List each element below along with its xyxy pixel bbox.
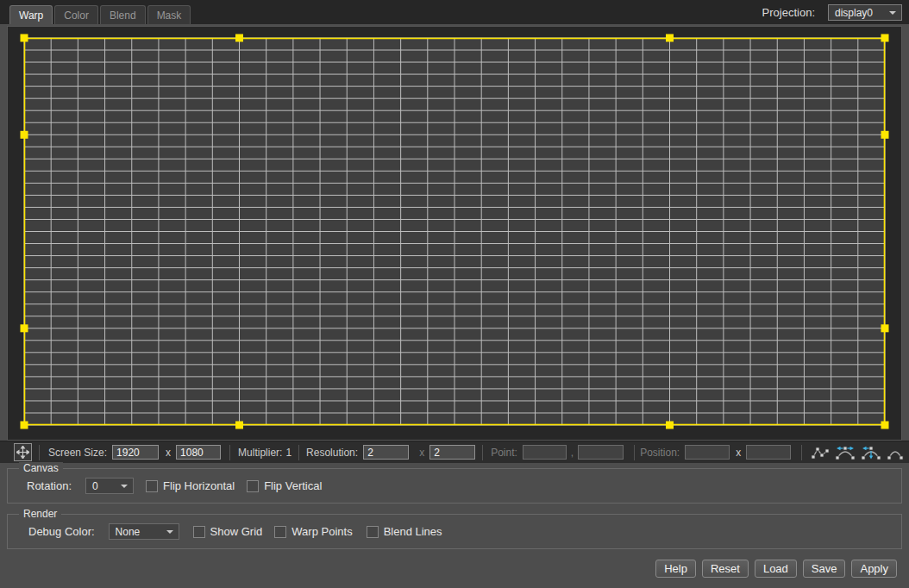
flip-vertical-label: Flip Vertical — [264, 479, 322, 492]
rotation-value: 0 — [92, 480, 98, 492]
toolbar-divider — [298, 445, 299, 460]
toolbar-divider — [229, 445, 230, 460]
render-group-title: Render — [19, 508, 61, 520]
pan-tool-button[interactable] — [14, 443, 32, 461]
toolbar-divider — [634, 445, 635, 460]
flip-vertical-checkbox[interactable] — [247, 480, 259, 492]
chevron-down-icon — [889, 11, 896, 15]
canvas-groupbox: Canvas Rotation: 0 Flip Horizontal Flip … — [7, 468, 902, 504]
debug-color-value: None — [116, 526, 141, 538]
canvas-group-title: Canvas — [19, 462, 63, 474]
projection-label: Projection: — [762, 6, 815, 19]
screen-height-input[interactable] — [176, 445, 221, 460]
toolbar-divider — [482, 445, 483, 460]
tab-blend[interactable]: Blend — [100, 5, 146, 24]
blend-lines-label: Blend Lines — [384, 525, 442, 538]
tab-color[interactable]: Color — [54, 5, 98, 24]
curve-mode-buttons — [811, 445, 904, 460]
resolution-x-input[interactable] — [363, 445, 409, 460]
position-label: Position: — [640, 447, 680, 459]
multiplier-label: Multiplier: — [238, 447, 282, 459]
rotation-dropdown[interactable]: 0 — [85, 478, 134, 494]
projection-control: Projection: display0 — [762, 4, 902, 21]
help-button[interactable]: Help — [655, 560, 696, 578]
screen-size-label: Screen Size: — [48, 447, 107, 459]
flip-horizontal-checkbox[interactable] — [146, 480, 158, 492]
blend-lines-checkbox[interactable] — [367, 526, 379, 538]
chevron-down-icon — [166, 530, 173, 534]
show-grid-checkbox[interactable] — [193, 526, 205, 538]
position-x-input — [685, 445, 730, 460]
point-separator: , — [571, 447, 574, 459]
linear-points-icon[interactable] — [811, 445, 830, 460]
reset-button[interactable]: Reset — [702, 560, 749, 578]
warp-grid-canvas[interactable] — [24, 38, 885, 425]
resolution-label: Resolution: — [306, 447, 358, 459]
warp-points-checkbox[interactable] — [274, 526, 286, 538]
screen-size-separator: x — [166, 447, 171, 459]
curve-node-move-icon[interactable] — [861, 445, 881, 460]
render-groupbox: Render Debug Color: None Show Grid Warp … — [7, 514, 902, 549]
load-button[interactable]: Load — [755, 560, 797, 578]
position-y-input — [746, 445, 791, 460]
projection-dropdown[interactable]: display0 — [828, 4, 902, 21]
point-label: Point: — [491, 447, 517, 459]
resolution-y-input[interactable] — [429, 445, 475, 460]
point-x-input — [523, 445, 567, 460]
multiplier-value: 1 — [285, 447, 292, 459]
rotation-label: Rotation: — [27, 479, 72, 492]
point-y-input — [578, 445, 624, 460]
arc-icon[interactable] — [887, 445, 904, 460]
show-grid-label: Show Grid — [210, 525, 263, 538]
warp-canvas-panel — [7, 26, 902, 441]
tab-warp[interactable]: Warp — [9, 5, 53, 24]
screen-width-input[interactable] — [112, 445, 159, 460]
projection-value: display0 — [835, 7, 873, 19]
curve-tangent-icon[interactable] — [835, 445, 856, 460]
debug-color-label: Debug Color: — [28, 525, 95, 538]
move-arrows-icon — [16, 446, 29, 459]
warp-points-label: Warp Points — [292, 525, 352, 538]
apply-button[interactable]: Apply — [851, 560, 897, 578]
footer-button-row: Help Reset Load Save Apply — [655, 560, 897, 578]
flip-horizontal-label: Flip Horizontal — [163, 479, 235, 492]
warp-toolbar: Screen Size: x Multiplier: 1 Resolution:… — [0, 441, 909, 463]
resolution-separator: x — [419, 447, 424, 459]
toolbar-divider — [39, 445, 40, 460]
save-button[interactable]: Save — [803, 560, 846, 578]
position-separator: x — [736, 447, 741, 459]
chevron-down-icon — [121, 485, 128, 488]
debug-color-dropdown[interactable]: None — [109, 523, 179, 540]
tab-mask[interactable]: Mask — [147, 5, 191, 24]
toolbar-divider — [801, 445, 802, 460]
